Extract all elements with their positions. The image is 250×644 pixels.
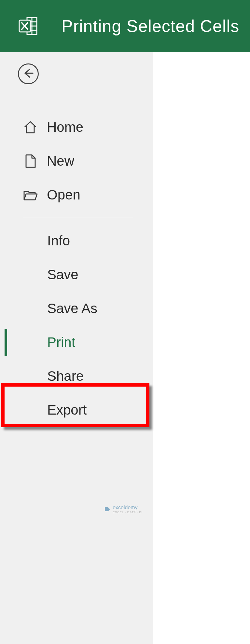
watermark-brand: exceldemy: [113, 505, 137, 510]
sidebar-item-label: Share: [47, 368, 84, 384]
sidebar-item-info[interactable]: Info: [0, 224, 153, 258]
new-file-icon: [23, 154, 38, 169]
sidebar-item-save-as[interactable]: Save As: [0, 292, 153, 325]
sidebar-item-label: Save: [47, 267, 78, 282]
sidebar-item-label: Save As: [47, 301, 97, 316]
sidebar-item-save[interactable]: Save: [0, 258, 153, 292]
sidebar-item-label: New: [47, 153, 74, 169]
arrow-left-icon: [22, 67, 35, 81]
sidebar-item-label: Export: [47, 402, 87, 418]
sidebar-item-new[interactable]: New: [0, 144, 153, 178]
sidebar-item-label: Info: [47, 233, 70, 249]
selected-indicator: [5, 329, 7, 356]
sidebar-item-open[interactable]: Open: [0, 178, 153, 212]
sidebar-item-home[interactable]: Home: [0, 110, 153, 144]
sidebar-item-label: Print: [47, 335, 75, 350]
home-icon: [23, 120, 38, 135]
sidebar-item-print[interactable]: Print: [0, 325, 153, 359]
sidebar-item-label: Home: [47, 119, 83, 135]
watermark: exceldemy EXCEL · DATA · BI: [104, 505, 143, 514]
sidebar-item-share[interactable]: Share: [0, 359, 153, 393]
sidebar-divider: [23, 218, 133, 218]
sidebar-item-label: Open: [47, 187, 80, 203]
folder-open-icon: [23, 187, 38, 202]
content-area: [153, 52, 250, 644]
app-header: Printing Selected Cells: [0, 0, 250, 52]
backstage-sidebar: Home New Open Info Save: [0, 52, 153, 644]
excel-logo-icon: [18, 16, 39, 36]
back-button[interactable]: [18, 63, 39, 84]
document-title: Printing Selected Cells: [62, 16, 239, 36]
watermark-tagline: EXCEL · DATA · BI: [113, 511, 143, 514]
body-area: Home New Open Info Save: [0, 52, 250, 644]
sidebar-item-export[interactable]: Export: [0, 393, 153, 427]
